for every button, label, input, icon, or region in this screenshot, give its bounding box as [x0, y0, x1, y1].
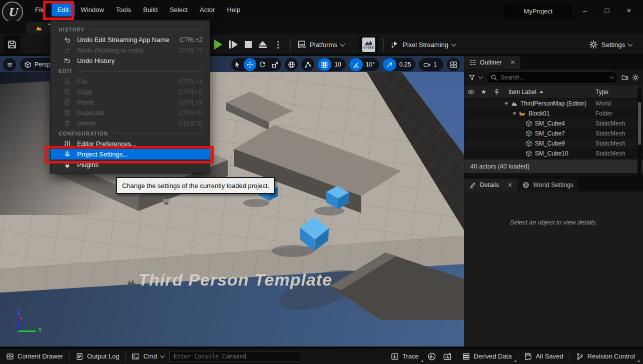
menu-item-undo-edit-streaming-app-name[interactable]: Undo Edit Streaming App NameCTRL+Z [51, 34, 210, 45]
filter-icon[interactable] [468, 74, 475, 81]
stop-button[interactable] [245, 41, 252, 48]
outliner-row-thirdpersonmap-editor[interactable]: ThirdPersonMap (Editor)World [464, 98, 643, 108]
close-icon[interactable]: ✕ [507, 182, 512, 188]
project-title: MyProject [504, 4, 572, 18]
details-pencil-icon [469, 182, 476, 188]
menubar-item-help[interactable]: Help [221, 3, 246, 16]
revision-control-button[interactable]: Revision Control [570, 348, 641, 364]
menubar-item-actor[interactable]: Actor [194, 3, 221, 16]
outliner-row-sm-cube7[interactable]: SM_Cube7StaticMesh [464, 128, 643, 138]
transform-tools-group [231, 58, 281, 71]
outliner-search[interactable] [486, 72, 618, 84]
scale-tool-button[interactable] [269, 58, 281, 71]
details-empty-message: Select an object to view details. [464, 192, 643, 226]
insights-button[interactable] [425, 348, 439, 364]
eagle-plugin-button[interactable]: EAGLE [359, 36, 378, 54]
menubar-item-build[interactable]: Build [137, 3, 164, 16]
outliner-panel: Outliner ✕ ★ Item Lab [464, 55, 643, 173]
chevron-down-icon [451, 42, 456, 46]
toolbar-separator [290, 38, 291, 50]
scale-icon [271, 61, 279, 68]
outliner-settings-gear-icon[interactable] [632, 74, 639, 81]
tab-details[interactable]: Details ✕ [464, 178, 517, 192]
rotate-tool-button[interactable] [256, 58, 269, 71]
frame-skip-button[interactable] [229, 40, 238, 48]
world-local-toggle[interactable] [285, 58, 298, 71]
item-label-column-header[interactable]: Item Label [503, 88, 543, 96]
grid-snap-control[interactable]: 10 [318, 58, 345, 71]
undo-history-icon [64, 57, 71, 64]
pixel-streaming-icon [390, 40, 399, 49]
menu-section-edit: EDIT [51, 66, 210, 76]
menu-section-history: HISTORY [51, 24, 210, 34]
level-watermark: Third Person Template [75, 270, 395, 290]
output-log-button[interactable]: Output Log [70, 348, 125, 364]
mesh-icon [525, 120, 532, 127]
derived-data-button[interactable]: Derived Data [456, 348, 518, 364]
paste-icon [64, 98, 71, 106]
pixel-streaming-button[interactable]: Pixel Streaming [390, 36, 455, 54]
annotation-box-edit [43, 1, 74, 20]
content-drawer-button[interactable]: Content Drawer [0, 348, 69, 364]
eject-button[interactable] [259, 41, 267, 48]
outliner-row-sm-cube9[interactable]: SM_Cube9StaticMesh [464, 138, 643, 148]
favorite-column-header[interactable]: ★ [477, 86, 490, 98]
outliner-row-sm-cube10[interactable]: SM_Cube10StaticMesh [464, 148, 643, 158]
console-command-input[interactable] [169, 351, 300, 362]
perspective-cube-icon [24, 61, 32, 68]
menubar-item-window[interactable]: Window [75, 3, 110, 16]
all-saved-button[interactable]: All Saved [518, 348, 569, 364]
mesh-icon [525, 130, 532, 137]
scale-snap-control[interactable]: 0.25 [383, 58, 415, 71]
world-icon [511, 100, 518, 107]
minimize-button[interactable]: – [574, 2, 596, 18]
settings-button[interactable]: Settings [589, 36, 632, 54]
menubar-item-tools[interactable]: Tools [110, 3, 137, 16]
chevron-down-icon[interactable] [609, 74, 614, 79]
tooltip: Change the settings of the currently loa… [116, 177, 275, 194]
chevron-down-icon[interactable] [478, 74, 483, 79]
search-input[interactable] [500, 74, 607, 81]
new-folder-icon[interactable] [621, 74, 628, 81]
maximize-button[interactable]: □ [596, 2, 618, 18]
rotation-snap-control[interactable]: 10° [349, 58, 379, 71]
chevron-down-icon [628, 42, 633, 46]
menubar-item-select[interactable]: Select [164, 3, 194, 16]
duplicate-icon [64, 109, 71, 116]
menu-item-undo-history[interactable]: Undo History [51, 56, 210, 66]
expand-caret-icon[interactable] [504, 102, 508, 105]
close-button[interactable]: × [618, 2, 640, 18]
platforms-button[interactable]: Platforms [297, 36, 344, 54]
tab-world-settings[interactable]: World Settings [517, 178, 578, 192]
surface-snapping-button[interactable] [301, 58, 314, 71]
viewport-options-button[interactable] [3, 58, 16, 71]
visibility-column-header[interactable] [464, 86, 477, 98]
play-options-kebab-icon[interactable]: ⋮ [274, 40, 282, 50]
menu-item-redo-nothing-to-redo: Redo (Nothing to redo)CTRL+Y [51, 45, 210, 56]
level-tab[interactable] [26, 22, 52, 34]
camera-speed-control[interactable]: 1 [419, 58, 443, 71]
save-button[interactable] [3, 36, 21, 54]
trace-button[interactable]: Trace [385, 348, 425, 364]
cut-icon [64, 78, 71, 85]
outliner-row-block01[interactable]: Block01Folder [464, 108, 643, 118]
unreal-logo-icon: U [2, 2, 23, 22]
outliner-row-sm-cube4[interactable]: SM_Cube4StaticMesh [464, 118, 643, 128]
move-icon [246, 61, 254, 68]
profiler-button[interactable] [439, 348, 456, 364]
pin-column-header[interactable] [490, 86, 503, 98]
move-tool-button[interactable] [244, 58, 256, 71]
expand-caret-icon[interactable] [512, 112, 516, 115]
cmd-selector[interactable]: Cmd [126, 348, 167, 364]
select-tool-button[interactable] [231, 58, 244, 71]
close-icon[interactable]: ✕ [510, 59, 515, 66]
tab-outliner[interactable]: Outliner ✕ [464, 56, 520, 69]
menu-item-delete: DeleteDELETE [51, 118, 210, 128]
type-column-header[interactable]: Type [595, 88, 608, 96]
viewport-layout-button[interactable] [447, 58, 460, 71]
select-arrow-icon [234, 61, 241, 68]
outliner-scrollbar[interactable] [637, 87, 641, 177]
axis-gizmo: Z X Y [12, 312, 47, 340]
play-button[interactable] [214, 40, 222, 50]
blue-cube-3 [300, 216, 329, 251]
